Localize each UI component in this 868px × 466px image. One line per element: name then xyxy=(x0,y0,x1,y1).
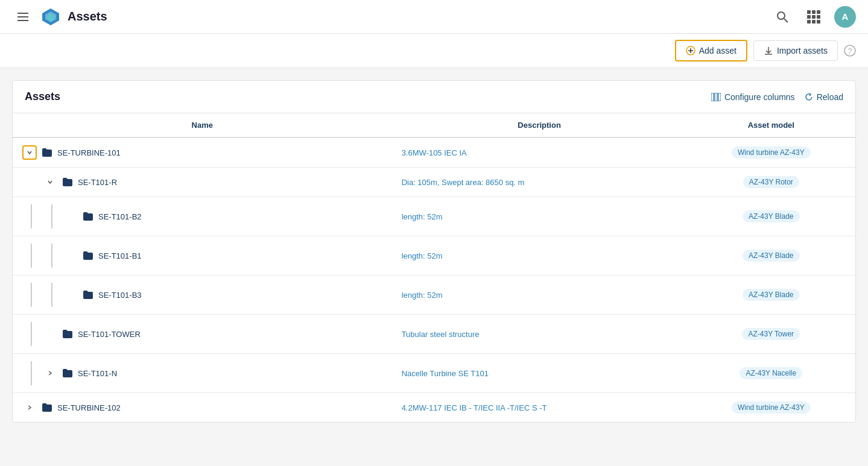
asset-name: SE-TURBINE-101 xyxy=(57,148,121,157)
desc-cell: Dia: 105m, Swept area: 8650 sq. m xyxy=(392,168,687,197)
desc-cell: Nacelle Turbine SE T101 xyxy=(392,354,687,393)
col-header-description: Description xyxy=(392,113,687,137)
expand-button[interactable] xyxy=(43,366,57,380)
table-row: SE-T101-N Nacelle Turbine SE T101 AZ-43Y… xyxy=(13,354,855,393)
desc-value: length: 52m xyxy=(392,244,687,268)
folder-icon xyxy=(42,148,52,157)
main-content: Assets Configure columns Reload xyxy=(0,68,868,435)
svg-rect-16 xyxy=(715,93,717,101)
expand-button[interactable] xyxy=(22,400,37,415)
add-asset-button[interactable]: Add asset xyxy=(675,40,747,61)
asset-name: SE-T101-N xyxy=(78,369,117,378)
folder-icon xyxy=(83,290,93,300)
asset-name: SE-T101-TOWER xyxy=(78,330,141,339)
svg-rect-1 xyxy=(17,16,28,17)
name-cell: SE-T101-B1 xyxy=(13,236,392,276)
desc-value: Tubular steel structure xyxy=(392,323,687,346)
model-badge: Wind turbine AZ-43Y xyxy=(732,401,811,414)
desc-value: length: 52m xyxy=(392,205,687,228)
search-button[interactable] xyxy=(771,6,793,28)
columns-icon xyxy=(711,93,721,101)
folder-icon xyxy=(62,177,73,187)
reload-label: Reload xyxy=(817,92,843,102)
svg-text:?: ? xyxy=(848,47,852,55)
desc-cell: length: 52m xyxy=(392,236,687,276)
desc-value: 3.6MW-105 IEC IA xyxy=(392,141,687,165)
app-title: Assets xyxy=(68,10,107,24)
configure-columns-button[interactable]: Configure columns xyxy=(711,92,795,102)
asset-name: SE-T101-B2 xyxy=(98,212,142,221)
col-header-model: Asset model xyxy=(687,113,855,137)
model-cell: AZ-43Y Blade xyxy=(687,276,855,315)
table-row: SE-T101-R Dia: 105m, Swept area: 8650 sq… xyxy=(13,168,855,197)
name-cell: SE-T101-N xyxy=(13,354,392,393)
model-cell: Wind turbine AZ-43Y xyxy=(687,393,855,423)
table-row: SE-T101-B2 length: 52m AZ-43Y Blade xyxy=(13,197,855,236)
svg-rect-15 xyxy=(711,93,714,101)
table-row: SE-T101-TOWER Tubular steel structure AZ… xyxy=(13,315,855,354)
name-cell: SE-TURBINE-102 xyxy=(13,393,392,423)
help-button[interactable]: ? xyxy=(844,45,856,57)
import-assets-label: Import assets xyxy=(777,46,828,55)
header-right: A xyxy=(771,6,856,28)
model-badge: AZ-43Y Tower xyxy=(742,328,800,340)
assets-panel-title: Assets xyxy=(25,90,60,103)
desc-value: 4.2MW-117 IEC IB - T/IEC IIA -T/IEC S -T xyxy=(392,396,687,420)
header-left: Assets xyxy=(12,6,107,28)
table-row: SE-T101-B1 length: 52m AZ-43Y Blade xyxy=(13,236,855,276)
desc-value: Dia: 105m, Swept area: 8650 sq. m xyxy=(392,171,687,194)
col-header-name: Name xyxy=(13,113,392,137)
reload-button[interactable]: Reload xyxy=(805,92,843,102)
chevron-right-icon xyxy=(47,370,53,376)
table-header-row: Name Description Asset model xyxy=(13,113,855,137)
asset-name: SE-T101-B1 xyxy=(98,251,142,260)
model-badge: AZ-43Y Nacelle xyxy=(740,367,802,379)
model-cell: AZ-43Y Blade xyxy=(687,236,855,276)
import-assets-button[interactable]: Import assets xyxy=(753,40,838,61)
model-badge: AZ-43Y Blade xyxy=(743,250,800,262)
search-icon xyxy=(776,11,788,23)
svg-line-7 xyxy=(784,19,788,22)
assets-panel-header: Assets Configure columns Reload xyxy=(13,81,855,113)
folder-icon xyxy=(83,212,93,221)
model-badge: AZ-43Y Blade xyxy=(743,289,800,301)
svg-rect-17 xyxy=(718,93,721,101)
app-logo-icon xyxy=(41,7,60,27)
desc-cell: Tubular steel structure xyxy=(392,315,687,354)
folder-icon xyxy=(62,329,73,339)
chevron-down-icon xyxy=(27,150,33,156)
grid-button[interactable] xyxy=(803,6,825,28)
grid-icon xyxy=(807,10,820,24)
menu-button[interactable] xyxy=(12,6,34,28)
asset-name: SE-T101-R xyxy=(78,178,117,187)
avatar[interactable]: A xyxy=(834,6,856,28)
desc-value: length: 52m xyxy=(392,283,687,307)
assets-table: Name Description Asset model xyxy=(13,113,855,422)
svg-point-6 xyxy=(778,12,785,19)
model-cell: AZ-43Y Tower xyxy=(687,315,855,354)
name-cell: SE-T101-R xyxy=(13,168,392,197)
model-cell: AZ-43Y Blade xyxy=(687,197,855,236)
add-icon xyxy=(686,46,695,55)
add-asset-label: Add asset xyxy=(699,46,737,55)
expand-button[interactable] xyxy=(43,175,57,189)
svg-rect-2 xyxy=(17,20,28,21)
expand-button[interactable] xyxy=(22,145,37,160)
name-cell: SE-T101-B3 xyxy=(13,276,392,315)
toolbar: Add asset Import assets ? xyxy=(0,34,868,68)
assets-panel: Assets Configure columns Reload xyxy=(12,80,856,423)
name-cell: SE-TURBINE-101 xyxy=(13,137,392,168)
model-badge: AZ-43Y Rotor xyxy=(743,176,799,188)
table-row: SE-TURBINE-102 4.2MW-117 IEC IB - T/IEC … xyxy=(13,393,855,423)
import-icon xyxy=(764,46,773,55)
desc-cell: length: 52m xyxy=(392,197,687,236)
desc-cell: 3.6MW-105 IEC IA xyxy=(392,137,687,168)
app-header: Assets A xyxy=(0,0,868,34)
table-row: SE-T101-B3 length: 52m AZ-43Y Blade xyxy=(13,276,855,315)
desc-cell: 4.2MW-117 IEC IB - T/IEC IIA -T/IEC S -T xyxy=(392,393,687,423)
folder-icon xyxy=(42,403,52,412)
folder-icon xyxy=(62,368,73,378)
desc-value: Nacelle Turbine SE T101 xyxy=(392,362,687,385)
desc-cell: length: 52m xyxy=(392,276,687,315)
model-cell: Wind turbine AZ-43Y xyxy=(687,137,855,168)
